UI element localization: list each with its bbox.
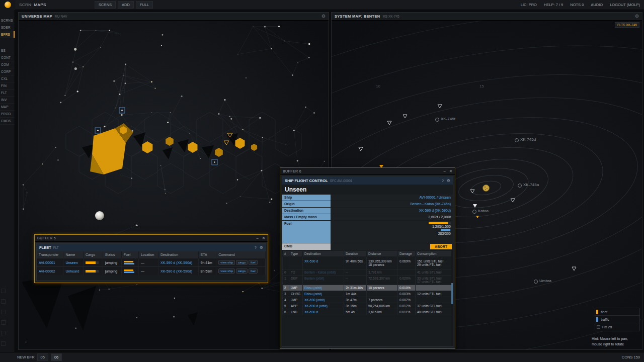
legend-traffic[interactable]: traffic	[595, 316, 639, 323]
scrollbar-thumb[interactable]	[451, 283, 453, 304]
fleet-row[interactable]: AVI-00002 Unheard jumping — XK-590 d (XK…	[37, 267, 266, 276]
destination-field-value[interactable]: XK-590 d (XK-590d)	[419, 209, 451, 212]
fleet-table: Transponder Name Cargo Status Fuel Locat…	[37, 251, 266, 275]
flight-segment-row[interactable]: 1 DEP Benten (orbit) -- 72,693,307 km 0.…	[283, 276, 453, 285]
view-ship-button[interactable]: view ship	[218, 268, 235, 274]
gear-icon[interactable]: ⚙	[260, 245, 263, 250]
sidebar-item-prod[interactable]: PROD	[0, 111, 15, 118]
abort-button[interactable]: ABORT	[430, 244, 452, 249]
minimize-icon[interactable]: –	[257, 236, 259, 240]
fleet-row[interactable]: AVI-00001 Unseen jumping — XK-590 d (XK-…	[37, 258, 266, 267]
help-icon[interactable]: ?	[254, 245, 256, 250]
cargo-button[interactable]: cargo	[236, 268, 248, 274]
segment-destination-link[interactable]: Ebisu (orbit)	[304, 292, 322, 296]
close-icon[interactable]: ✕	[449, 169, 452, 173]
sidebar-item-corp[interactable]: CORP	[0, 68, 15, 75]
buffer-tab-05[interactable]: 05	[37, 353, 48, 361]
legend-fleet[interactable]: fleet	[595, 308, 639, 316]
dock-icon-2	[1, 299, 6, 304]
segment-destination-link[interactable]: Ebisu (orbit)	[304, 286, 322, 290]
new-buffer-button[interactable]: NEW BFR	[17, 355, 35, 359]
flts-tag[interactable]: FLTS XK-745	[615, 22, 639, 28]
segment-damage: 0.010%	[398, 285, 416, 291]
sidebar-item-cmds[interactable]: CMDS	[0, 118, 15, 125]
system-settings-gear-icon[interactable]: ⚙	[635, 14, 639, 19]
sidebar-item-scrns[interactable]: SCRNS	[0, 17, 15, 24]
scrollbar-track[interactable]	[451, 250, 453, 346]
sidebar-item-cxl[interactable]: CXL	[0, 75, 15, 82]
flight-segment-row[interactable]: 0 TO Benten - Katoa (orbit) -- 3,791 km …	[283, 269, 453, 276]
flight-segment-row[interactable]: 4 JMP XK-590 (orbit) 3h 47m 7 parsecs 0.…	[283, 297, 453, 303]
col-cargo: Cargo	[84, 251, 103, 258]
view-ship-button[interactable]: view ship	[218, 260, 235, 265]
gear-icon[interactable]: ⚙	[447, 178, 450, 183]
segment-destination-link[interactable]: XK-590 d	[304, 310, 318, 314]
segment-consumption: 40 units STL fuel	[417, 310, 451, 314]
help-status[interactable]: HELP: 7 / 9	[544, 3, 563, 7]
fuel-button[interactable]: fuel	[249, 268, 258, 274]
audio-toggle[interactable]: AUDIO	[591, 3, 603, 7]
sidebar-item-fin[interactable]: FIN	[0, 82, 15, 89]
segment-damage	[398, 269, 416, 276]
ship-destination-link[interactable]: XK-590 d (XK-590d)	[160, 261, 192, 264]
buffer6-titlebar[interactable]: BUFFER 6 – ✕	[280, 168, 455, 175]
ship-name-link[interactable]: Unseen	[65, 261, 77, 264]
tab-scrns[interactable]: SCRNS	[95, 1, 116, 9]
body-label-katoa[interactable]: Katoa	[478, 209, 489, 213]
segment-distance: 3,791 km	[368, 270, 396, 274]
ship-field-value[interactable]: AVI-00001 / Unseen	[419, 196, 451, 199]
fix2d-checkbox[interactable]	[597, 325, 600, 329]
segment-destination-link[interactable]: XK-590 d (orbit)	[304, 304, 328, 308]
sidebar-item-map[interactable]: MAP	[0, 104, 15, 111]
ship-transponder-link[interactable]: AVI-00002	[39, 269, 55, 273]
sidebar-item-bfrs[interactable]: BFRS	[0, 31, 15, 38]
tab-full[interactable]: FULL	[136, 1, 153, 9]
central-star[interactable]	[483, 185, 490, 192]
ship-destination-link[interactable]: XK-590 d (XK-590d)	[160, 269, 192, 273]
segment-duration: 9h 40m 56s	[344, 257, 367, 269]
buffer-tab-06[interactable]: 06	[51, 353, 62, 361]
ship-transponder-link[interactable]: AVI-00001	[39, 261, 55, 264]
buffer5-titlebar[interactable]: BUFFER 5 – ✕	[35, 235, 268, 242]
help-icon[interactable]: ?	[441, 178, 443, 183]
body-label-umbra[interactable]: Umbra	[539, 279, 551, 283]
segment-destination-link[interactable]: Benten - Katoa (orbit)	[304, 270, 336, 274]
minimize-icon[interactable]: –	[444, 169, 446, 173]
sidebar-item-sdbr[interactable]: SDBR	[0, 24, 15, 31]
logout-button[interactable]: LOGOUT (MOLP)	[610, 3, 640, 7]
sidebar-item-com[interactable]: COM	[0, 61, 15, 68]
ship-name-link[interactable]: Unheard	[65, 269, 79, 273]
body-label-xk745f[interactable]: XK-745f	[441, 117, 455, 121]
flight-segment-row[interactable]: 5 APP XK-590 d (orbit) 3h 15m 58,254,686…	[283, 303, 453, 309]
sidebar-item-flt[interactable]: FLT	[0, 89, 15, 97]
segment-destination-link[interactable]: Benten (orbit)	[304, 277, 324, 280]
close-icon[interactable]: ✕	[262, 236, 265, 240]
notifications-status[interactable]: NOTS 0	[570, 3, 584, 7]
tab-add[interactable]: ADD	[118, 1, 134, 9]
body-label-xk745d[interactable]: XK-745d	[520, 137, 536, 142]
license-status[interactable]: LIC: PRO	[521, 3, 537, 7]
body-label-xk745a[interactable]: XK-745a	[523, 183, 539, 187]
universe-settings-gear-icon[interactable]: ⚙	[321, 14, 326, 19]
flight-segment-row[interactable]: 3 CHRG Ebisu (orbit) 1m 44s 0.003% 12 un…	[283, 291, 453, 297]
flight-segment-row-active[interactable]: 2 JMP Ebisu (orbit) 2h 31m 46s 10 parsec…	[283, 285, 453, 291]
fuel-button[interactable]: fuel	[249, 260, 258, 265]
sidebar-item-cont[interactable]: CONT	[0, 54, 15, 61]
app-logo[interactable]	[0, 0, 15, 10]
console-status[interactable]: CONS 159	[622, 355, 640, 359]
segment-destination-link[interactable]: XK-590 (orbit)	[304, 298, 325, 302]
ship-eta: 8h 58m	[198, 267, 216, 276]
flight-summary-row[interactable]: XK-590 d 9h 40m 56s 130,955,309 km18 par…	[283, 257, 453, 269]
sidebar-group-screens: SCRNS SDBR BFRS	[0, 17, 15, 38]
traffic-swatch-icon	[596, 317, 598, 322]
origin-field-value[interactable]: Benten - Katoa (XK-745b)	[410, 202, 451, 206]
cargo-button[interactable]: cargo	[236, 260, 248, 265]
mass-field-label: Mass / Empty mass	[282, 214, 331, 220]
sidebar-item-bs[interactable]: BS	[0, 47, 15, 54]
segment-destination-link[interactable]: XK-590 d	[304, 259, 318, 263]
flight-segment-row[interactable]: 6 LND XK-590 d 5m 4s 3,615 km 0.011% 40 …	[283, 309, 453, 315]
flight-control-header: SHIP FLIGHT CONTROL SFC AVI-00001 ? ⚙	[282, 177, 453, 185]
sidebar-item-inv[interactable]: INV	[0, 97, 15, 104]
screen-indicator: SCRN: MAPS	[19, 3, 46, 7]
legend-fix2d[interactable]: Fix 2d	[595, 323, 639, 331]
